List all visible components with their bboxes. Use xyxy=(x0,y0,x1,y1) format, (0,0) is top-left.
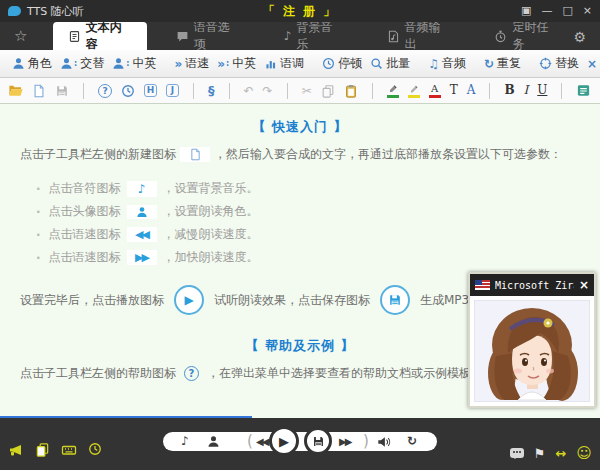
flag-icon[interactable]: ⚑ xyxy=(534,446,546,461)
volume-icon[interactable] xyxy=(377,435,391,449)
fast-forward-bilingual-icon: » xyxy=(217,57,225,71)
register-badge[interactable]: 「 注 册 」 xyxy=(0,3,600,20)
background-music-icon[interactable]: ♪ xyxy=(181,435,189,448)
audio-file-icon xyxy=(387,30,400,43)
slow-down-button[interactable]: ◀◀ xyxy=(256,435,267,448)
pause-button[interactable]: 停顿 xyxy=(318,55,366,72)
highlight-color-icon[interactable] xyxy=(408,84,420,98)
close-button[interactable]: × xyxy=(583,4,592,18)
avatar-window-title: Microsoft Zira De xyxy=(495,280,574,291)
magnifier-icon xyxy=(370,57,383,70)
copy-icon[interactable] xyxy=(321,84,335,98)
keyboard-icon[interactable] xyxy=(61,442,77,458)
speed-button[interactable]: » 语速 xyxy=(170,55,213,72)
font-size-icon[interactable]: A xyxy=(467,84,476,97)
divider xyxy=(489,83,490,99)
undo-icon[interactable]: ↶ xyxy=(244,85,254,97)
loop-icon[interactable]: ↻ xyxy=(407,435,417,448)
pin-window-button[interactable]: ▣ xyxy=(521,4,531,18)
list-item: · 点击语速图标 ▶▶ ，加快朗读速度。 xyxy=(36,246,600,269)
role-button[interactable]: 角色 xyxy=(8,55,56,72)
repeat-button[interactable]: ↻ 重复 xyxy=(480,55,525,72)
settings-gear-icon[interactable]: ⚙ xyxy=(573,29,586,45)
tab-scheduled-tasks[interactable]: 定时任务 xyxy=(479,22,573,50)
minimize-button[interactable]: — xyxy=(541,4,552,18)
tab-voice-options[interactable]: 语音选项 xyxy=(161,22,255,50)
j-tool-icon[interactable]: J xyxy=(166,84,179,97)
crosshair-icon xyxy=(539,57,552,70)
bullet-dot: · xyxy=(36,228,41,242)
save-icon[interactable] xyxy=(55,84,69,98)
divider xyxy=(193,83,194,99)
tab-audio-output[interactable]: 音频输出 xyxy=(372,22,466,50)
maximize-button[interactable]: □ xyxy=(562,4,572,18)
smiley-icon[interactable]: ☺ xyxy=(576,444,592,462)
list-settings-icon[interactable] xyxy=(576,83,591,98)
new-document-icon[interactable] xyxy=(32,84,46,98)
remove-button[interactable]: × 移除 xyxy=(583,55,600,72)
voice-role-icon[interactable] xyxy=(207,435,220,448)
speech-bubble-icon xyxy=(176,30,189,43)
font-name-icon[interactable]: T xyxy=(450,84,458,97)
megaphone-icon[interactable] xyxy=(8,442,24,458)
cn-en-speed-button[interactable]: »: 中英 xyxy=(213,55,260,72)
rewind-inline-icon: ◀◀ xyxy=(127,227,157,242)
new-document-inline-icon xyxy=(180,147,210,162)
cn-en-role-button[interactable]: : 中英 xyxy=(108,55,160,72)
bullet-dot: · xyxy=(36,205,41,219)
us-flag-icon xyxy=(475,280,490,290)
toolbar-main: 角色 : 交替 : 中英 » 语速 »: 中英 语调 停顿 批量 xyxy=(0,50,600,78)
tab-text-content[interactable]: 文本内容 xyxy=(53,22,147,50)
save-mp3-button[interactable] xyxy=(304,427,332,455)
document-icon xyxy=(68,30,81,43)
clock-tool-icon[interactable] xyxy=(88,442,102,458)
tab-background-music[interactable]: ♪ 背景音乐 xyxy=(269,22,358,50)
history-clock-icon[interactable] xyxy=(121,84,135,98)
fill-color-icon[interactable] xyxy=(387,84,399,98)
music-note-icon: ♪ xyxy=(284,29,292,43)
section-mark-icon[interactable]: § xyxy=(208,84,215,97)
avatar-window-titlebar[interactable]: Microsoft Zira De × xyxy=(470,274,594,296)
app-logo-icon xyxy=(8,6,21,16)
arc-left-decor: ( xyxy=(247,432,253,450)
speed-up-button[interactable]: ▶▶ xyxy=(339,435,350,448)
person-inline-icon xyxy=(127,205,157,219)
swap-arrows-icon[interactable]: ↔ xyxy=(555,446,566,461)
font-color-icon[interactable]: A xyxy=(429,84,441,98)
batch-button[interactable]: 批量 xyxy=(366,55,414,72)
h-tool-icon[interactable]: H xyxy=(144,84,157,97)
toolbar-sub: ? H J § ↶ ↷ ✂ A T A B I U xyxy=(0,78,600,104)
redo-icon[interactable]: ↷ xyxy=(263,85,273,97)
bold-icon[interactable]: B xyxy=(504,84,514,97)
paste-icon[interactable] xyxy=(344,84,358,98)
list-item: · 点击音符图标 ♪ ，设置背景音乐。 xyxy=(36,177,600,200)
audio-button[interactable]: ♫ 音频 xyxy=(424,55,470,72)
divider xyxy=(287,83,288,99)
tab-label: 背景音乐 xyxy=(296,19,342,53)
help-icon[interactable]: ? xyxy=(98,84,112,98)
playback-bar: ♪ ( ◀◀ ▶ ▶▶ ) ↻ xyxy=(163,432,437,451)
tabbar: ☆ 文本内容 语音选项 ♪ 背景音乐 音频输出 定时任务 ⚙ xyxy=(0,22,600,50)
tone-button[interactable]: 语调 xyxy=(260,55,308,72)
avatar-window-body xyxy=(470,296,594,406)
italic-icon[interactable]: I xyxy=(524,84,529,97)
x-mark-icon: × xyxy=(587,57,597,71)
play-button[interactable]: ▶ xyxy=(269,426,299,456)
open-folder-icon[interactable] xyxy=(8,83,23,98)
fast-forward-inline-icon: ▶▶ xyxy=(127,250,157,265)
floppy-icon xyxy=(312,435,325,448)
favorite-star-icon[interactable]: ☆ xyxy=(14,27,53,45)
avatar-close-icon[interactable]: × xyxy=(579,278,589,292)
cut-icon[interactable]: ✂ xyxy=(302,85,312,97)
timer-icon xyxy=(494,30,507,43)
copy-pages-icon[interactable] xyxy=(35,442,50,458)
list-item: · 点击语速图标 ◀◀ ，减慢朗读速度。 xyxy=(36,223,600,246)
divider xyxy=(83,83,84,99)
comment-bubble-icon[interactable] xyxy=(510,448,524,458)
tab-label: 语音选项 xyxy=(194,19,240,53)
arc-right-decor: ) xyxy=(363,432,369,450)
underline-icon[interactable]: U xyxy=(537,84,547,97)
replace-button[interactable]: 替换 xyxy=(535,55,583,72)
avatar-window[interactable]: Microsoft Zira De × xyxy=(468,272,596,408)
alternate-role-button[interactable]: : 交替 xyxy=(56,55,108,72)
